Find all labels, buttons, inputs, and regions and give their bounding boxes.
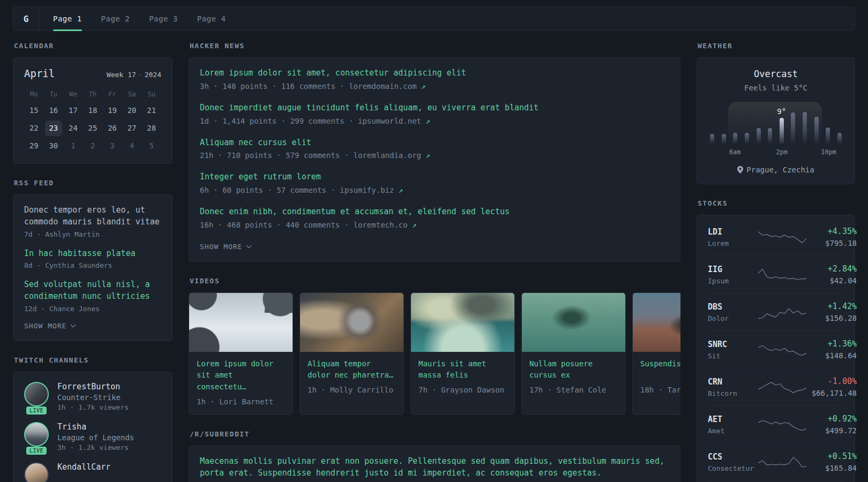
- weather-bar-chart: 9° 6am 2pm 10pm: [708, 110, 844, 157]
- video-thumbnail-foggy-figure[interactable]: [633, 293, 680, 352]
- stock-symbol[interactable]: DBS: [708, 302, 758, 312]
- weather-bars: 9°: [710, 110, 842, 144]
- stock-symbol[interactable]: SNRC: [708, 340, 758, 349]
- video-thumbnail-boat-wake[interactable]: [411, 293, 514, 352]
- calendar-day: 30: [44, 138, 64, 154]
- weekday-label: Su: [141, 88, 161, 101]
- stock-row[interactable]: IIGIpsum +2.84%$42.04: [708, 255, 844, 293]
- video-card[interactable]: Suspendisse diam 18h · Tara: [632, 292, 680, 415]
- stock-symbol[interactable]: IIG: [708, 265, 758, 274]
- stock-row[interactable]: LDILorem +4.35%$795.18: [708, 219, 844, 255]
- calendar-day-next-month: 5: [141, 138, 161, 154]
- external-link-icon[interactable]: ↗: [421, 82, 425, 91]
- reddit-post-title[interactable]: Maecenas mollis pulvinar erat non posuer…: [200, 456, 669, 479]
- calendar-day: 17: [63, 103, 83, 118]
- rss-section-label: RSS FEED: [14, 179, 171, 187]
- video-thumbnail-concrete-towers[interactable]: [189, 293, 293, 352]
- video-title[interactable]: Nullam posuere cursus ex: [529, 358, 618, 381]
- day-number: 2: [84, 138, 101, 154]
- calendar-day-next-month: 4: [122, 138, 142, 154]
- video-title[interactable]: Aliquam tempor dolor nec pharetra…: [308, 358, 396, 381]
- tab-page-2[interactable]: Page 2: [101, 7, 130, 31]
- avatar: [24, 422, 49, 447]
- calendar-day: 22: [24, 120, 44, 136]
- tab-page-3[interactable]: Page 3: [149, 7, 178, 31]
- weather-card: Overcast Feels like 5°C 9° 6am 2pm 10pm …: [697, 57, 855, 184]
- stock-name: Lorem: [708, 239, 758, 247]
- twitch-channel-name[interactable]: KendallCarr: [57, 462, 110, 472]
- calendar-week-year: Week 17·2024: [107, 71, 161, 79]
- stock-id: DBSDolor: [708, 302, 758, 322]
- tab-page-4[interactable]: Page 4: [197, 7, 226, 31]
- twitch-channel[interactable]: LIVE Trisha League of Legends 3h · 1.2k …: [24, 422, 161, 451]
- live-badge: LIVE: [26, 406, 47, 415]
- weather-bar: [837, 133, 842, 144]
- avatar: [24, 462, 49, 482]
- weekday-label: Tu: [44, 88, 64, 101]
- video-card[interactable]: Mauris sit amet massa felis 7h · Grayson…: [410, 292, 515, 415]
- rss-item-title[interactable]: Donec tempor eros leo, ut commodo mauris…: [24, 205, 161, 228]
- external-link-icon[interactable]: ↗: [399, 186, 403, 194]
- day-number: 29: [25, 138, 42, 154]
- calendar-day: 27: [122, 120, 142, 136]
- calendar-day-selected: 23: [44, 120, 64, 136]
- stock-row[interactable]: CCSConsectetur +0.51%$165.84: [708, 443, 844, 480]
- hn-item-title[interactable]: Donec enim nibh, condimentum et accumsan…: [200, 206, 669, 218]
- day-number: 19: [104, 103, 121, 118]
- stock-row[interactable]: DBSDolor +1.42%$156.28: [708, 293, 844, 330]
- hn-meta-text: 3h · 148 points · 116 comments · loremdo…: [200, 82, 417, 91]
- videos-section-label: VIDEOS: [190, 277, 679, 285]
- hn-item-meta: 1d · 1,414 points · 299 comments · ipsum…: [200, 117, 669, 125]
- external-link-icon[interactable]: ↗: [412, 221, 416, 229]
- stock-symbol[interactable]: LDI: [708, 227, 758, 237]
- calendar-day: 16: [44, 103, 64, 118]
- video-title[interactable]: Mauris sit amet massa felis: [418, 358, 507, 381]
- rss-item-title[interactable]: In hac habitasse platea: [24, 248, 161, 260]
- video-card[interactable]: Aliquam tempor dolor nec pharetra… 1h · …: [300, 292, 404, 415]
- hackernews-section-label: HACKER NEWS: [190, 42, 679, 50]
- twitch-widget: TWITCH CHANNELS LIVE ForrestBurton Count…: [13, 356, 173, 482]
- stock-symbol[interactable]: CRN: [708, 377, 758, 387]
- rss-show-more-button[interactable]: SHOW MORE: [24, 321, 75, 331]
- calendar-day: 15: [24, 103, 44, 118]
- twitch-channel-name[interactable]: Trisha: [57, 422, 134, 432]
- hn-item-title[interactable]: Lorem ipsum dolor sit amet, consectetur …: [200, 67, 669, 79]
- rss-item-title[interactable]: Sed volutpat nulla nisl, a condimentum n…: [24, 279, 161, 303]
- video-thumbnail-camera-hands[interactable]: [300, 293, 403, 352]
- day-number: 16: [45, 103, 62, 118]
- stock-change: +0.92%: [806, 414, 857, 424]
- stock-row[interactable]: SNRCSit +1.36%$148.64: [708, 330, 844, 368]
- stock-symbol[interactable]: AET: [708, 415, 758, 424]
- weather-bar: [814, 117, 819, 144]
- twitch-section-label: TWITCH CHANNELS: [14, 356, 171, 364]
- hn-show-more-button[interactable]: SHOW MORE: [200, 242, 251, 252]
- calendar-day: 26: [102, 120, 122, 136]
- video-title[interactable]: Suspendisse diam: [640, 358, 680, 381]
- twitch-channel[interactable]: KendallCarr: [24, 462, 161, 482]
- stock-row[interactable]: AETAmet +0.92%$499.72: [708, 405, 844, 443]
- video-card[interactable]: Lorem ipsum dolor sit amet consectetu… 1…: [189, 292, 293, 415]
- twitch-channel-name[interactable]: ForrestBurton: [57, 382, 129, 391]
- tab-page-1[interactable]: Page 1: [53, 7, 82, 31]
- twitch-channel-info: ForrestBurton Counter-Strike 1h · 1.7k v…: [57, 382, 129, 411]
- twitch-channel[interactable]: LIVE ForrestBurton Counter-Strike 1h · 1…: [24, 382, 161, 411]
- video-thumbnail-canoe-lake[interactable]: [522, 293, 625, 352]
- hn-item-title[interactable]: Aliquam nec cursus elit: [200, 137, 669, 149]
- stock-symbol[interactable]: CCS: [708, 452, 758, 462]
- stock-row[interactable]: CRNBitcorn -1.00%$66,171.48: [708, 368, 844, 405]
- video-meta: 7h · Grayson Dawson: [418, 386, 507, 394]
- video-title[interactable]: Lorem ipsum dolor sit amet consectetu…: [197, 358, 285, 393]
- twitch-channel-info: KendallCarr: [57, 462, 110, 482]
- hn-meta-text: 21h · 710 points · 579 comments · loreml…: [200, 151, 421, 160]
- right-column: WEATHER Overcast Feels like 5°C 9° 6am 2…: [697, 42, 855, 482]
- stock-change: +0.51%: [806, 451, 857, 461]
- external-link-icon[interactable]: ↗: [425, 117, 430, 125]
- show-more-label: SHOW MORE: [24, 322, 66, 330]
- external-link-icon[interactable]: ↗: [425, 151, 430, 160]
- video-card[interactable]: Nullam posuere cursus ex 17h · Stefan Co…: [521, 292, 626, 415]
- weekday-label: Sa: [122, 88, 142, 101]
- weather-bar-current: 9°: [780, 118, 784, 144]
- day-number: 5: [143, 138, 160, 154]
- hn-item-title[interactable]: Donec imperdiet augue tincidunt felis al…: [200, 102, 669, 114]
- hn-item-title[interactable]: Integer eget rutrum lorem: [200, 171, 669, 183]
